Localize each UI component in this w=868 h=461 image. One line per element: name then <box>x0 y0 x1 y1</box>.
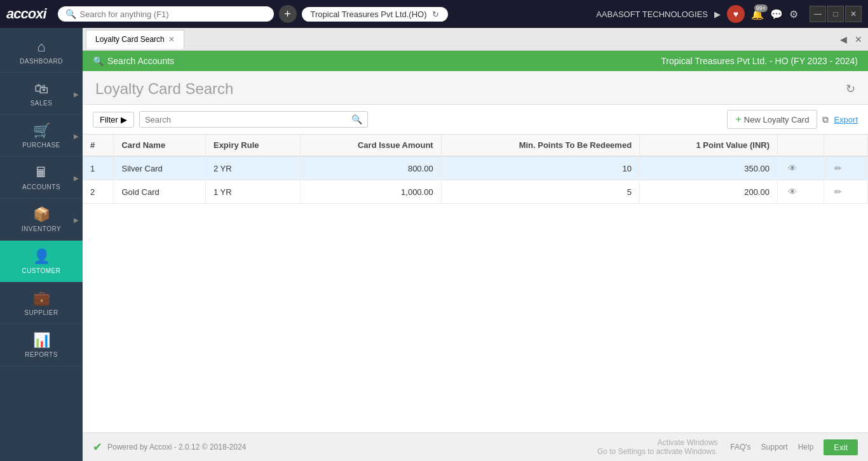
col-num: # <box>83 135 114 156</box>
col-point-value: 1 Point Value (INR) <box>640 135 778 156</box>
cell-num: 1 <box>83 156 114 180</box>
cell-min-points: 10 <box>441 156 639 180</box>
col-action-edit <box>824 135 867 156</box>
sidebar-item-accounts[interactable]: 🖩 ACCOUNTS ▶ <box>0 157 83 199</box>
cell-view-action: 👁 <box>778 156 824 180</box>
sidebar-item-inventory[interactable]: 📦 INVENTORY ▶ <box>0 199 83 241</box>
table-row[interactable]: 2 Gold Card 1 YR 1,000.00 5 200.00 👁 ✏ <box>83 180 868 204</box>
sidebar: ⌂ DASHBOARD 🛍 SALES ▶ 🛒 PURCHASE ▶ 🖩 ACC… <box>0 28 83 461</box>
cell-card-name: Silver Card <box>114 156 206 180</box>
new-loyalty-card-label: New Loyalty Card <box>744 115 810 124</box>
customer-icon: 👤 <box>33 248 50 265</box>
tab-bar-right: ◀ ✕ <box>837 33 865 46</box>
help-link[interactable]: Help <box>798 443 814 451</box>
tab-scroll-right-button[interactable]: ✕ <box>852 33 865 46</box>
plus-icon: + <box>735 114 741 125</box>
sidebar-item-label: ACCOUNTS <box>22 184 60 190</box>
top-right-actions: AABASOFT TECHNOLOGIES ▶ ♥ 🔔 99+ 💬 ⚙ — □ … <box>596 5 862 23</box>
view-row-button[interactable]: 👁 <box>785 162 799 175</box>
activate-windows-desc: Go to Settings to activate Windows. <box>246 447 717 456</box>
footer-left: ✔ Powered by Accoxi - 2.0.12 © 2018-2024 <box>93 440 246 454</box>
search-input-wrap: 🔍 <box>139 111 368 128</box>
filter-label: Filter <box>100 115 118 124</box>
supplier-icon: 💼 <box>33 290 50 307</box>
purchase-icon: 🛒 <box>33 123 50 139</box>
cell-card-issue-amount: 1,000.00 <box>300 180 441 204</box>
table-row[interactable]: 1 Silver Card 2 YR 800.00 10 350.00 👁 ✏ <box>83 156 868 180</box>
cell-point-value: 200.00 <box>640 180 778 204</box>
exit-button[interactable]: Exit <box>824 439 858 455</box>
minimize-button[interactable]: — <box>810 6 826 22</box>
search-accounts-button[interactable]: 🔍 Search Accounts <box>93 56 174 66</box>
page-title: Loyalty Card Search <box>95 80 233 98</box>
sidebar-item-label: SUPPLIER <box>24 309 58 316</box>
arrow-icon: ▶ <box>714 10 721 19</box>
sidebar-item-label: INVENTORY <box>22 225 61 232</box>
sidebar-item-label: DASHBOARD <box>20 58 63 65</box>
global-search-input[interactable] <box>80 10 266 19</box>
search-icon: 🔍 <box>93 56 104 66</box>
filter-button[interactable]: Filter ▶ <box>93 112 134 128</box>
chevron-right-icon: ▶ <box>74 90 79 97</box>
sidebar-item-label: PURCHASE <box>22 142 60 149</box>
close-button[interactable]: ✕ <box>845 6 862 22</box>
right-actions: + New Loyalty Card ⧉ Export <box>727 110 858 129</box>
cell-num: 2 <box>83 180 114 204</box>
notifications-button[interactable]: 🔔 99+ <box>751 8 764 20</box>
page-refresh-button[interactable]: ↻ <box>846 82 855 96</box>
sidebar-item-reports[interactable]: 📊 REPORTS <box>0 324 83 366</box>
cell-view-action: 👁 <box>778 180 824 204</box>
footer-right: FAQ's Support Help Exit <box>730 439 858 455</box>
col-min-points: Min. Points To Be Redeemed <box>441 135 639 156</box>
export-button[interactable]: Export <box>834 115 858 124</box>
col-action-view <box>778 135 824 156</box>
global-search-bar: 🔍 <box>58 6 274 22</box>
cell-card-name: Gold Card <box>114 180 206 204</box>
company-selector[interactable]: Tropical Treasures Pvt Ltd.(HO) ↻ <box>302 7 448 22</box>
edit-row-button[interactable]: ✏ <box>832 185 844 198</box>
chevron-right-icon: ▶ <box>74 216 79 223</box>
table-header-row: # Card Name Expiry Rule Card Issue Amoun… <box>83 135 868 156</box>
sidebar-item-dashboard[interactable]: ⌂ DASHBOARD <box>0 31 83 73</box>
copy-button[interactable]: ⧉ <box>822 114 829 125</box>
cell-point-value: 350.00 <box>640 156 778 180</box>
logo: accoxi <box>6 6 46 22</box>
cell-edit-action: ✏ <box>824 180 867 204</box>
faq-link[interactable]: FAQ's <box>730 443 750 451</box>
user-avatar[interactable]: ♥ <box>727 5 745 23</box>
main-layout: ⌂ DASHBOARD 🛍 SALES ▶ 🛒 PURCHASE ▶ 🖩 ACC… <box>0 28 868 461</box>
tab-loyalty-card-search[interactable]: Loyalty Card Search ✕ <box>86 30 184 49</box>
search-go-button[interactable]: 🔍 <box>351 114 362 124</box>
maximize-button[interactable]: □ <box>827 6 844 22</box>
sidebar-item-sales[interactable]: 🛍 SALES ▶ <box>0 73 83 115</box>
view-row-button[interactable]: 👁 <box>785 185 799 198</box>
cell-expiry-rule: 1 YR <box>205 180 300 204</box>
edit-row-button[interactable]: ✏ <box>832 162 844 175</box>
messages-button[interactable]: 💬 <box>770 8 783 20</box>
support-link[interactable]: Support <box>761 443 788 451</box>
footer: ✔ Powered by Accoxi - 2.0.12 © 2018-2024… <box>83 432 868 461</box>
sidebar-item-supplier[interactable]: 💼 SUPPLIER <box>0 283 83 324</box>
activate-windows-title: Activate Windows <box>246 438 717 447</box>
green-header: 🔍 Search Accounts Tropical Treasures Pvt… <box>83 51 868 71</box>
tab-scroll-left-button[interactable]: ◀ <box>837 33 850 46</box>
sidebar-item-customer[interactable]: 👤 CUSTOMER <box>0 241 83 283</box>
col-card-name: Card Name <box>114 135 206 156</box>
new-loyalty-card-button[interactable]: + New Loyalty Card <box>727 110 817 129</box>
cell-expiry-rule: 2 YR <box>205 156 300 180</box>
search-input[interactable] <box>145 115 351 124</box>
add-button[interactable]: + <box>279 5 297 23</box>
chevron-right-icon: ▶ <box>74 174 79 181</box>
sidebar-item-label: REPORTS <box>25 351 58 358</box>
window-controls: — □ ✕ <box>810 6 862 22</box>
tab-bar: Loyalty Card Search ✕ ◀ ✕ <box>83 28 868 51</box>
top-bar: accoxi 🔍 + Tropical Treasures Pvt Ltd.(H… <box>0 0 868 28</box>
tab-close-icon[interactable]: ✕ <box>168 35 175 44</box>
chevron-right-icon: ▶ <box>74 132 79 139</box>
company-refresh-icon[interactable]: ↻ <box>432 10 439 19</box>
page-header: Loyalty Card Search ↻ <box>83 71 868 105</box>
sidebar-item-purchase[interactable]: 🛒 PURCHASE ▶ <box>0 115 83 157</box>
content-area: Loyalty Card Search ✕ ◀ ✕ 🔍 Search Accou… <box>83 28 868 461</box>
accounts-icon: 🖩 <box>34 164 48 181</box>
settings-button[interactable]: ⚙ <box>789 8 798 20</box>
